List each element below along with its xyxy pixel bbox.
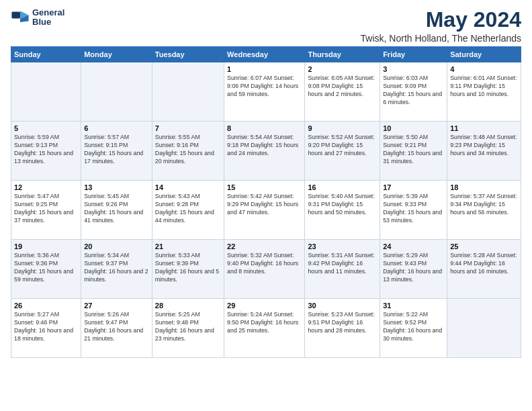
day-detail: Sunrise: 5:32 AM Sunset: 9:40 PM Dayligh… bbox=[227, 252, 302, 276]
day-cell: 5Sunrise: 5:59 AM Sunset: 9:13 PM Daylig… bbox=[11, 122, 81, 181]
day-number: 21 bbox=[155, 242, 221, 250]
day-detail: Sunrise: 5:42 AM Sunset: 9:29 PM Dayligh… bbox=[227, 193, 302, 217]
day-number: 4 bbox=[450, 65, 518, 73]
day-cell: 17Sunrise: 5:39 AM Sunset: 9:33 PM Dayli… bbox=[380, 181, 447, 240]
day-cell: 13Sunrise: 5:45 AM Sunset: 9:26 PM Dayli… bbox=[81, 181, 152, 240]
day-number: 1 bbox=[227, 65, 302, 73]
day-cell: 30Sunrise: 5:23 AM Sunset: 9:51 PM Dayli… bbox=[305, 299, 380, 358]
day-number: 16 bbox=[308, 183, 377, 191]
day-detail: Sunrise: 5:23 AM Sunset: 9:51 PM Dayligh… bbox=[308, 311, 377, 335]
col-header-wednesday: Wednesday bbox=[224, 47, 305, 62]
logo: General Blue bbox=[11, 8, 64, 28]
col-header-tuesday: Tuesday bbox=[152, 47, 224, 62]
logo-icon bbox=[11, 8, 30, 27]
day-detail: Sunrise: 5:28 AM Sunset: 9:44 PM Dayligh… bbox=[450, 252, 518, 276]
day-cell: 21Sunrise: 5:33 AM Sunset: 9:39 PM Dayli… bbox=[152, 240, 224, 299]
day-cell: 22Sunrise: 5:32 AM Sunset: 9:40 PM Dayli… bbox=[224, 240, 305, 299]
day-detail: Sunrise: 6:07 AM Sunset: 9:06 PM Dayligh… bbox=[227, 75, 302, 99]
day-number: 17 bbox=[383, 183, 444, 191]
day-cell bbox=[81, 62, 152, 122]
day-cell: 3Sunrise: 6:03 AM Sunset: 9:09 PM Daylig… bbox=[380, 62, 447, 122]
day-cell: 10Sunrise: 5:50 AM Sunset: 9:21 PM Dayli… bbox=[380, 122, 447, 181]
day-detail: Sunrise: 5:33 AM Sunset: 9:39 PM Dayligh… bbox=[155, 252, 221, 284]
week-row-2: 5Sunrise: 5:59 AM Sunset: 9:13 PM Daylig… bbox=[11, 122, 521, 181]
day-cell: 11Sunrise: 5:48 AM Sunset: 9:23 PM Dayli… bbox=[447, 122, 521, 181]
day-number: 20 bbox=[84, 242, 149, 250]
day-detail: Sunrise: 5:37 AM Sunset: 9:34 PM Dayligh… bbox=[450, 193, 518, 217]
day-detail: Sunrise: 5:27 AM Sunset: 9:46 PM Dayligh… bbox=[14, 311, 78, 343]
day-cell: 4Sunrise: 6:01 AM Sunset: 9:11 PM Daylig… bbox=[447, 62, 521, 122]
day-number: 14 bbox=[155, 183, 221, 191]
day-number: 12 bbox=[14, 183, 78, 191]
day-detail: Sunrise: 5:48 AM Sunset: 9:23 PM Dayligh… bbox=[450, 134, 518, 158]
day-cell bbox=[447, 299, 521, 358]
day-number: 18 bbox=[450, 183, 518, 191]
week-row-1: 1Sunrise: 6:07 AM Sunset: 9:06 PM Daylig… bbox=[11, 62, 521, 122]
col-header-sunday: Sunday bbox=[11, 47, 81, 62]
day-cell: 8Sunrise: 5:54 AM Sunset: 9:18 PM Daylig… bbox=[224, 122, 305, 181]
day-detail: Sunrise: 5:52 AM Sunset: 9:20 PM Dayligh… bbox=[308, 134, 377, 158]
week-row-4: 19Sunrise: 5:36 AM Sunset: 9:36 PM Dayli… bbox=[11, 240, 521, 299]
day-number: 29 bbox=[227, 302, 302, 310]
day-detail: Sunrise: 5:22 AM Sunset: 9:52 PM Dayligh… bbox=[383, 311, 444, 343]
title-block: May 2024 Twisk, North Holland, The Nethe… bbox=[361, 8, 521, 44]
day-detail: Sunrise: 5:54 AM Sunset: 9:18 PM Dayligh… bbox=[227, 134, 302, 158]
day-detail: Sunrise: 5:25 AM Sunset: 9:48 PM Dayligh… bbox=[155, 311, 221, 343]
day-cell: 20Sunrise: 5:34 AM Sunset: 9:37 PM Dayli… bbox=[81, 240, 152, 299]
day-detail: Sunrise: 5:43 AM Sunset: 9:28 PM Dayligh… bbox=[155, 193, 221, 225]
day-cell: 7Sunrise: 5:55 AM Sunset: 9:16 PM Daylig… bbox=[152, 122, 224, 181]
day-detail: Sunrise: 5:50 AM Sunset: 9:21 PM Dayligh… bbox=[383, 134, 444, 166]
day-cell: 16Sunrise: 5:40 AM Sunset: 9:31 PM Dayli… bbox=[305, 181, 380, 240]
day-detail: Sunrise: 5:47 AM Sunset: 9:25 PM Dayligh… bbox=[14, 193, 78, 225]
col-header-monday: Monday bbox=[81, 47, 152, 62]
calendar-header-row: SundayMondayTuesdayWednesdayThursdayFrid… bbox=[11, 47, 521, 62]
day-number: 2 bbox=[308, 65, 377, 73]
day-cell: 29Sunrise: 5:24 AM Sunset: 9:50 PM Dayli… bbox=[224, 299, 305, 358]
col-header-friday: Friday bbox=[380, 47, 447, 62]
day-detail: Sunrise: 6:03 AM Sunset: 9:09 PM Dayligh… bbox=[383, 75, 444, 107]
day-detail: Sunrise: 5:31 AM Sunset: 9:42 PM Dayligh… bbox=[308, 252, 377, 276]
week-row-3: 12Sunrise: 5:47 AM Sunset: 9:25 PM Dayli… bbox=[11, 181, 521, 240]
logo-line1: General bbox=[32, 7, 64, 17]
day-detail: Sunrise: 5:36 AM Sunset: 9:36 PM Dayligh… bbox=[14, 252, 78, 284]
day-number: 3 bbox=[383, 65, 444, 73]
day-detail: Sunrise: 5:24 AM Sunset: 9:50 PM Dayligh… bbox=[227, 311, 302, 335]
day-number: 27 bbox=[84, 302, 149, 310]
day-number: 31 bbox=[383, 302, 444, 310]
day-number: 5 bbox=[14, 124, 78, 132]
col-header-saturday: Saturday bbox=[447, 47, 521, 62]
day-cell: 18Sunrise: 5:37 AM Sunset: 9:34 PM Dayli… bbox=[447, 181, 521, 240]
day-number: 24 bbox=[383, 242, 444, 250]
day-cell: 27Sunrise: 5:26 AM Sunset: 9:47 PM Dayli… bbox=[81, 299, 152, 358]
day-cell: 25Sunrise: 5:28 AM Sunset: 9:44 PM Dayli… bbox=[447, 240, 521, 299]
day-number: 23 bbox=[308, 242, 377, 250]
day-number: 26 bbox=[14, 302, 78, 310]
day-number: 8 bbox=[227, 124, 302, 132]
day-number: 9 bbox=[308, 124, 377, 132]
day-number: 30 bbox=[308, 302, 377, 310]
day-cell: 15Sunrise: 5:42 AM Sunset: 9:29 PM Dayli… bbox=[224, 181, 305, 240]
day-cell: 14Sunrise: 5:43 AM Sunset: 9:28 PM Dayli… bbox=[152, 181, 224, 240]
day-detail: Sunrise: 6:01 AM Sunset: 9:11 PM Dayligh… bbox=[450, 75, 518, 99]
day-detail: Sunrise: 5:59 AM Sunset: 9:13 PM Dayligh… bbox=[14, 134, 78, 166]
day-number: 15 bbox=[227, 183, 302, 191]
day-detail: Sunrise: 5:55 AM Sunset: 9:16 PM Dayligh… bbox=[155, 134, 221, 166]
week-row-5: 26Sunrise: 5:27 AM Sunset: 9:46 PM Dayli… bbox=[11, 299, 521, 358]
day-detail: Sunrise: 5:34 AM Sunset: 9:37 PM Dayligh… bbox=[84, 252, 149, 284]
col-header-thursday: Thursday bbox=[305, 47, 380, 62]
subtitle: Twisk, North Holland, The Netherlands bbox=[361, 33, 521, 44]
day-cell: 23Sunrise: 5:31 AM Sunset: 9:42 PM Dayli… bbox=[305, 240, 380, 299]
day-number: 19 bbox=[14, 242, 78, 250]
day-number: 22 bbox=[227, 242, 302, 250]
logo-line2: Blue bbox=[32, 17, 51, 27]
day-cell: 28Sunrise: 5:25 AM Sunset: 9:48 PM Dayli… bbox=[152, 299, 224, 358]
day-number: 25 bbox=[450, 242, 518, 250]
day-cell: 19Sunrise: 5:36 AM Sunset: 9:36 PM Dayli… bbox=[11, 240, 81, 299]
day-cell: 6Sunrise: 5:57 AM Sunset: 9:15 PM Daylig… bbox=[81, 122, 152, 181]
day-number: 11 bbox=[450, 124, 518, 132]
day-detail: Sunrise: 6:05 AM Sunset: 9:08 PM Dayligh… bbox=[308, 75, 377, 99]
calendar-table: SundayMondayTuesdayWednesdayThursdayFrid… bbox=[11, 46, 521, 358]
day-number: 13 bbox=[84, 183, 149, 191]
day-detail: Sunrise: 5:45 AM Sunset: 9:26 PM Dayligh… bbox=[84, 193, 149, 225]
day-cell bbox=[11, 62, 81, 122]
